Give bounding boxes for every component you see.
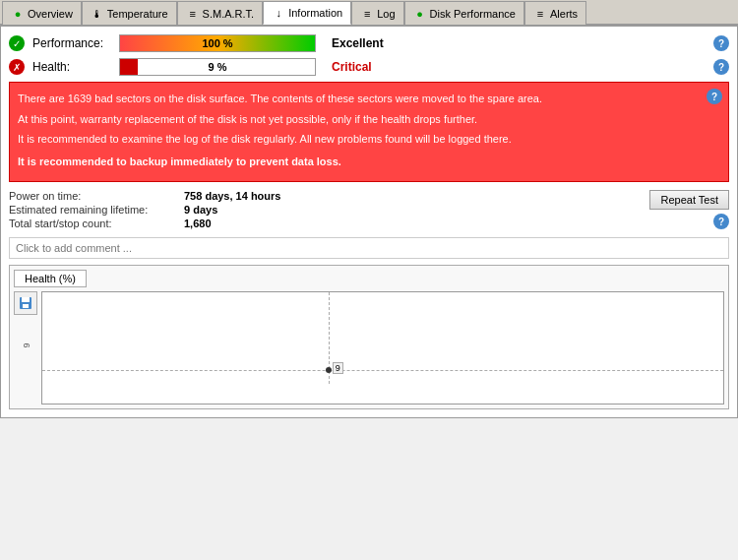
smart-icon: ≡ (186, 7, 200, 21)
startstop-row: Total start/stop count: 1,680 (9, 218, 642, 229)
tab-bar: ● Overview 🌡 Temperature ≡ S.M.A.R.T. ↓ … (0, 0, 738, 26)
performance-status-text: Excellent (332, 36, 384, 50)
tab-information[interactable]: ↓ Information (263, 1, 351, 25)
warning-line3: It is recommended to examine the log of … (18, 131, 720, 148)
tab-overview[interactable]: ● Overview (2, 1, 82, 25)
health-row: ✗ Health: 9 % Critical ? (9, 58, 729, 76)
health-status-text: Critical (332, 60, 372, 74)
repeat-test-button[interactable]: Repeat Test (649, 190, 729, 210)
tab-temperature[interactable]: 🌡 Temperature (82, 1, 177, 25)
stats-section: Power on time: 758 days, 14 hours Estima… (9, 190, 729, 231)
health-help-icon[interactable]: ? (713, 59, 729, 75)
alerts-icon: ≡ (533, 7, 547, 21)
main-content: ✓ Performance: 100 % Excellent ? ✗ Healt… (0, 26, 738, 418)
save-icon (19, 296, 32, 310)
information-icon: ↓ (272, 6, 285, 20)
chart-data-label: 9 (333, 362, 343, 374)
svg-rect-1 (22, 297, 30, 302)
power-on-label: Power on time: (9, 190, 176, 202)
chart-x-label-container: 2012/02/03 (325, 397, 370, 404)
chart-tab-health[interactable]: Health (%) (14, 270, 87, 287)
tab-disk-performance[interactable]: ● Disk Performance (404, 1, 524, 25)
lifetime-value: 9 days (184, 204, 217, 216)
warning-line4: It is recommended to backup immediately … (18, 154, 720, 170)
lifetime-row: Estimated remaining lifetime: 9 days (9, 204, 642, 216)
power-on-row: Power on time: 758 days, 14 hours (9, 190, 642, 202)
performance-row: ✓ Performance: 100 % Excellent ? (9, 34, 729, 52)
startstop-label: Total start/stop count: (9, 218, 176, 229)
health-label: Health: (32, 60, 111, 74)
chart-inner: 9 2012/02/03 (41, 291, 724, 404)
stats-left: Power on time: 758 days, 14 hours Estima… (9, 190, 642, 231)
performance-status-icon: ✓ (9, 35, 25, 51)
health-bar-fill (120, 59, 138, 75)
temperature-icon: 🌡 (91, 7, 104, 21)
tab-smart[interactable]: ≡ S.M.A.R.T. (177, 1, 264, 25)
svg-rect-2 (23, 304, 29, 308)
lifetime-label: Estimated remaining lifetime: (9, 204, 176, 216)
performance-label: Performance: (32, 36, 111, 50)
performance-bar: 100 % (119, 34, 316, 52)
stats-right: Repeat Test ? (649, 190, 729, 229)
chart-y-axis-label: 9 (22, 342, 31, 347)
repeat-help-icon[interactable]: ? (713, 214, 729, 229)
performance-value: 100 % (202, 37, 232, 49)
chart-data-point (326, 367, 332, 373)
tab-alerts[interactable]: ≡ Alerts (524, 1, 586, 25)
chart-tab-bar: Health (%) (14, 270, 724, 287)
warning-line2: At this point, warranty replacement of t… (18, 111, 720, 128)
warning-line1: There are 1639 bad sectors on the disk s… (18, 91, 720, 107)
save-chart-button[interactable] (14, 291, 37, 315)
chart-dashed-hline (42, 370, 723, 371)
power-on-value: 758 days, 14 hours (184, 190, 280, 202)
log-icon: ≡ (360, 7, 374, 21)
comment-input[interactable] (9, 237, 729, 259)
warning-help-icon[interactable]: ? (707, 89, 722, 104)
startstop-value: 1,680 (184, 218, 212, 229)
performance-help-icon[interactable]: ? (713, 35, 729, 51)
health-value: 9 % (209, 61, 227, 73)
health-bar: 9 % (119, 58, 316, 76)
disk-icon: ● (413, 7, 427, 21)
tab-log[interactable]: ≡ Log (351, 1, 403, 25)
warning-box: There are 1639 bad sectors on the disk s… (9, 82, 729, 182)
health-status-icon: ✗ (9, 59, 25, 75)
overview-icon: ● (11, 7, 25, 21)
chart-section: Health (%) 9 (9, 265, 729, 409)
